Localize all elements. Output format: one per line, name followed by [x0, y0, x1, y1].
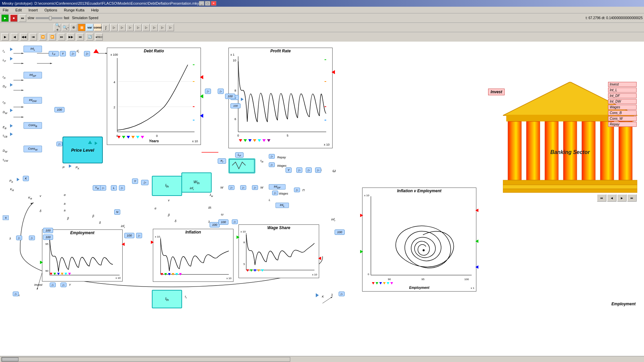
menu-file[interactable]: File — [1, 7, 10, 13]
loop-button[interactable]: 🔄 — [86, 33, 93, 41]
prev-frame-button[interactable]: ◀◀ — [20, 33, 28, 41]
intl-right[interactable]: IntL — [275, 203, 289, 208]
lower-arrow1[interactable]: ▷ — [136, 233, 142, 238]
play2-button[interactable]: ▶ — [1, 33, 9, 41]
lf-block-top[interactable]: LF — [49, 51, 59, 56]
ifn-block-mid[interactable]: Ifn — [152, 176, 182, 196]
rw-button[interactable]: ⏪ — [39, 33, 46, 41]
op-button3[interactable]: ▷ — [126, 24, 134, 31]
w-arrow3[interactable]: ▷ — [252, 185, 258, 190]
sidebar-btn1[interactable]: ⏮ — [597, 194, 606, 202]
profit-rate-graph[interactable]: Profit Rate x 1 10 8 6 0 5 x 10 — [228, 48, 333, 148]
stop-button[interactable]: ■ — [10, 14, 17, 22]
scrollbar-thumb[interactable] — [2, 357, 18, 361]
horizontal-scrollbar[interactable] — [1, 357, 290, 362]
k-block[interactable]: K — [23, 176, 29, 181]
pl-arrow1[interactable]: ▷ — [56, 142, 62, 146]
consw-block[interactable]: ConsW — [24, 146, 42, 152]
op-button7[interactable]: ▷ — [159, 24, 166, 31]
menu-help[interactable]: Help — [90, 7, 100, 13]
intdf-block[interactable]: IntDF — [24, 72, 42, 79]
pk-arrow-lower[interactable]: ▷ — [13, 292, 19, 296]
sidebar-intl[interactable]: Int_L — [608, 88, 637, 93]
omega-arrow2[interactable]: ▷ — [306, 167, 312, 173]
const-100-left[interactable]: 100 — [54, 107, 65, 112]
integration-gate[interactable] — [228, 158, 255, 173]
invest-arrow1[interactable]: ▷ — [50, 282, 56, 287]
op-button1[interactable]: ▷ — [110, 24, 118, 31]
sidebar-consw[interactable]: Cons_W — [608, 116, 637, 121]
fw-button[interactable]: ⏩ — [48, 33, 56, 41]
n-block[interactable]: N — [114, 209, 120, 215]
integral-button[interactable]: ∫ — [102, 24, 110, 31]
sidebar-btn2[interactable]: ◀ — [607, 194, 616, 202]
play-button[interactable]: ▶ — [1, 14, 9, 22]
const100-emp2[interactable]: 100 — [43, 235, 53, 240]
invest-top-right[interactable]: Invest — [488, 89, 505, 95]
wage-share-graph[interactable]: Wage Share x 10 8 5 0 5 x 10 — [239, 224, 319, 278]
lambda-bl-arrow2[interactable]: ▷ — [29, 236, 35, 240]
arrow-right-2[interactable]: ▷ — [84, 51, 90, 56]
window-controls[interactable]: _ □ ✕ — [199, 1, 216, 6]
speed-handle[interactable] — [49, 16, 52, 20]
inv-emp-graph[interactable]: Inflation v Employment x 10 0 90 95 100 … — [362, 188, 476, 292]
zoom-out-button[interactable]: 🔍- — [62, 24, 69, 31]
price-level-block[interactable]: Price Level — [62, 137, 103, 163]
sidebar-invest[interactable]: Invest — [608, 82, 637, 87]
l-arrow[interactable]: ▷ — [119, 185, 125, 191]
pi-arrow[interactable]: ▷ — [294, 188, 300, 192]
const100-omega[interactable]: 100 — [218, 219, 228, 225]
omega-arrow1[interactable]: ▷ — [296, 167, 302, 173]
prev-step-button[interactable]: ⏮ — [30, 33, 37, 41]
consb-block[interactable]: ConsB — [24, 122, 42, 129]
op-button5[interactable]: ▷ — [142, 24, 150, 31]
next-frame-button[interactable]: ▶▶ — [67, 33, 75, 41]
const-button[interactable]: const — [94, 24, 101, 31]
ifn-arrow-left[interactable]: ▷ — [141, 180, 148, 185]
pr-conn-arrow2[interactable]: ▷ — [218, 89, 224, 94]
w-arrow2[interactable]: ▷ — [240, 185, 246, 190]
intl-block[interactable]: IntL — [24, 46, 42, 52]
w-arrow1[interactable]: ▷ — [228, 185, 234, 190]
end-button[interactable]: ⏭ — [77, 33, 84, 41]
y-block-right[interactable]: Y — [286, 167, 292, 173]
pir-block-right[interactable]: πr — [218, 158, 226, 164]
speed-slider[interactable] — [36, 17, 62, 19]
ifn-block-bottom[interactable]: Ifn — [152, 290, 182, 308]
sidebar-btn3[interactable]: ▶ — [617, 194, 627, 202]
step-button[interactable]: ⏭ — [19, 14, 26, 22]
lf-block-right[interactable]: LF — [235, 152, 244, 158]
next-step-button[interactable]: ⏭ — [58, 33, 65, 41]
l-block[interactable]: L — [111, 185, 117, 191]
sidebar-consb[interactable]: Cons_B — [608, 110, 637, 115]
const100-right[interactable]: 100 — [335, 229, 345, 235]
intdf-right[interactable]: IntDF — [269, 184, 286, 190]
menu-insert[interactable]: Insert — [27, 7, 39, 13]
op-button2[interactable]: ▷ — [118, 24, 126, 31]
const100-lower[interactable]: 100 — [124, 233, 134, 238]
var-button[interactable]: var — [86, 24, 93, 31]
sidebar-btn4[interactable]: ⏭ — [627, 194, 637, 202]
zoom-fit-button[interactable]: ⊕ — [70, 24, 77, 31]
employment-graph[interactable]: Employment 95 90 0 x 10 — [42, 229, 123, 281]
record-button[interactable]: ●REC — [95, 33, 103, 41]
sidebar-repay[interactable]: Repay — [608, 122, 637, 127]
inflation-graph[interactable]: Inflation x 10 0 5 x 10 — [153, 229, 233, 282]
omega-arrow-down[interactable]: ▷ — [232, 219, 238, 224]
op-button4[interactable]: ▷ — [134, 24, 142, 31]
pr-conn-arrow1[interactable]: ▷ — [205, 89, 211, 94]
debt-ratio-graph[interactable]: Debt Ratio x 100 4 2 0 0 Years x 10 — [107, 48, 201, 145]
lambda-bl-arrow[interactable]: ▷ — [16, 236, 22, 240]
const100-pr[interactable]: 100 — [225, 94, 235, 99]
intdw-block[interactable]: IntDW — [24, 97, 42, 104]
rewind-button[interactable]: ◀ — [11, 33, 18, 41]
y-block-mid[interactable]: Y — [132, 178, 138, 184]
op-button8[interactable]: ▷ — [167, 24, 174, 31]
neg-block[interactable]: ∓ — [3, 215, 9, 220]
sidebar-wages[interactable]: Wages — [608, 105, 637, 110]
close-button[interactable]: ✕ — [211, 1, 216, 6]
lambda-arrow[interactable]: ▷ — [339, 292, 345, 296]
arrow-right-1[interactable]: ▷ — [70, 51, 76, 56]
wages-arrow[interactable]: ▷ — [269, 162, 275, 167]
sidebar-intdw[interactable]: Int_DW — [608, 99, 637, 104]
